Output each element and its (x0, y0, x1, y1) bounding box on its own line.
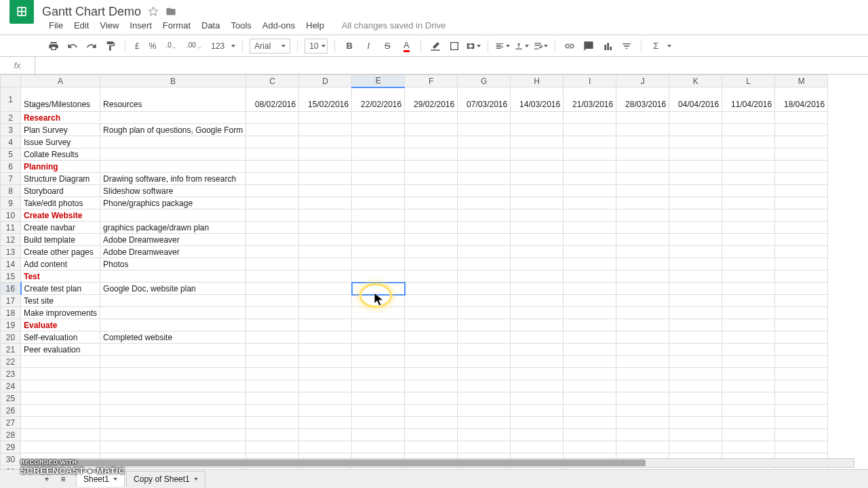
cell[interactable] (616, 270, 669, 283)
cell[interactable] (511, 124, 564, 136)
row-header[interactable]: 13 (1, 246, 21, 258)
cell[interactable] (246, 417, 299, 429)
cell[interactable] (775, 319, 828, 331)
cell[interactable] (616, 136, 669, 148)
cell[interactable] (299, 258, 352, 270)
cell[interactable] (511, 441, 564, 453)
cell[interactable] (299, 185, 352, 197)
row-header[interactable]: 29 (1, 441, 21, 453)
cell[interactable] (775, 368, 828, 380)
cell[interactable] (564, 405, 616, 417)
cell[interactable] (21, 356, 100, 368)
cell[interactable] (616, 368, 669, 380)
row-header[interactable]: 5 (1, 148, 21, 161)
cell[interactable] (458, 197, 511, 209)
cell[interactable] (21, 441, 100, 453)
cell-resource[interactable]: Photos (100, 258, 246, 270)
cell[interactable] (616, 222, 669, 234)
cell[interactable] (564, 258, 616, 270)
cell[interactable] (564, 380, 616, 392)
cell[interactable] (669, 295, 722, 307)
document-title[interactable]: Gantt Chart Demo (42, 5, 141, 19)
cell[interactable] (564, 392, 616, 405)
cell[interactable] (458, 344, 511, 356)
cell[interactable] (775, 441, 828, 453)
undo-icon[interactable] (65, 39, 80, 54)
cell[interactable] (616, 344, 669, 356)
cell[interactable] (458, 405, 511, 417)
text-color-icon[interactable]: A (399, 39, 414, 54)
cell[interactable] (246, 307, 299, 319)
strike-icon[interactable]: S (380, 39, 395, 54)
cell[interactable] (352, 185, 405, 197)
cell[interactable] (246, 331, 299, 344)
cell[interactable] (352, 124, 405, 136)
cell[interactable] (775, 258, 828, 270)
cell[interactable] (616, 148, 669, 161)
cell-stage[interactable]: Evaluate (21, 319, 100, 331)
cell[interactable] (352, 368, 405, 380)
cell[interactable] (246, 258, 299, 270)
cell[interactable] (616, 112, 669, 124)
cell[interactable] (775, 344, 828, 356)
cell-stage[interactable]: Build template (21, 234, 100, 246)
paint-format-icon[interactable] (103, 39, 118, 54)
cell[interactable] (775, 380, 828, 392)
menu-insert[interactable]: Insert (130, 20, 152, 30)
header-date[interactable]: 11/04/2016 (722, 87, 775, 112)
header-date[interactable]: 18/04/2016 (775, 87, 828, 112)
cell[interactable] (299, 380, 352, 392)
row-header[interactable]: 16 (1, 283, 21, 295)
cell[interactable] (405, 283, 458, 295)
cell[interactable] (564, 173, 616, 185)
cell[interactable] (299, 405, 352, 417)
cell[interactable] (511, 405, 564, 417)
cell[interactable] (458, 368, 511, 380)
column-header-I[interactable]: I (564, 75, 616, 87)
cell[interactable] (669, 209, 722, 222)
cell[interactable] (669, 173, 722, 185)
cell[interactable] (299, 148, 352, 161)
fill-color-icon[interactable] (428, 39, 443, 54)
cell[interactable] (616, 283, 669, 295)
cell[interactable] (246, 185, 299, 197)
cell-stage[interactable]: Test (21, 270, 100, 283)
tab-copy-sheet1[interactable]: Copy of Sheet1 (126, 471, 205, 487)
column-header-E[interactable]: E (352, 75, 405, 87)
cell[interactable] (299, 331, 352, 344)
cell[interactable] (722, 307, 775, 319)
cell[interactable] (458, 380, 511, 392)
cell-resource[interactable] (100, 270, 246, 283)
cell[interactable] (405, 307, 458, 319)
cell[interactable] (564, 368, 616, 380)
cell[interactable] (616, 331, 669, 344)
cell[interactable] (246, 209, 299, 222)
cell[interactable] (458, 209, 511, 222)
row-header[interactable]: 24 (1, 380, 21, 392)
cell[interactable] (722, 246, 775, 258)
cell-stage[interactable]: Research (21, 112, 100, 124)
cell-resource[interactable]: Completed website (100, 331, 246, 344)
row-header[interactable]: 9 (1, 197, 21, 209)
horizontal-scrollbar[interactable] (20, 458, 854, 468)
functions-icon[interactable]: Σ (648, 39, 663, 54)
formula-input[interactable] (35, 57, 868, 74)
cell-resource[interactable]: Drawing software, info from research (100, 173, 246, 185)
cell[interactable] (299, 429, 352, 441)
cell[interactable] (616, 417, 669, 429)
cell[interactable] (616, 319, 669, 331)
header-date[interactable]: 08/02/2016 (246, 87, 299, 112)
cell[interactable] (669, 222, 722, 234)
cell[interactable] (564, 136, 616, 148)
font-size-select[interactable]: 10 (304, 39, 328, 54)
cell[interactable] (511, 295, 564, 307)
cell[interactable] (299, 270, 352, 283)
cell[interactable] (405, 148, 458, 161)
cell[interactable] (722, 368, 775, 380)
cell[interactable] (246, 405, 299, 417)
spreadsheet-grid[interactable]: ABCDEFGHIJKLM 1Stages/MilestonesResource… (0, 75, 828, 478)
cell[interactable] (722, 173, 775, 185)
cell[interactable] (564, 246, 616, 258)
cell[interactable] (405, 258, 458, 270)
cell-stage[interactable]: Add content (21, 258, 100, 270)
